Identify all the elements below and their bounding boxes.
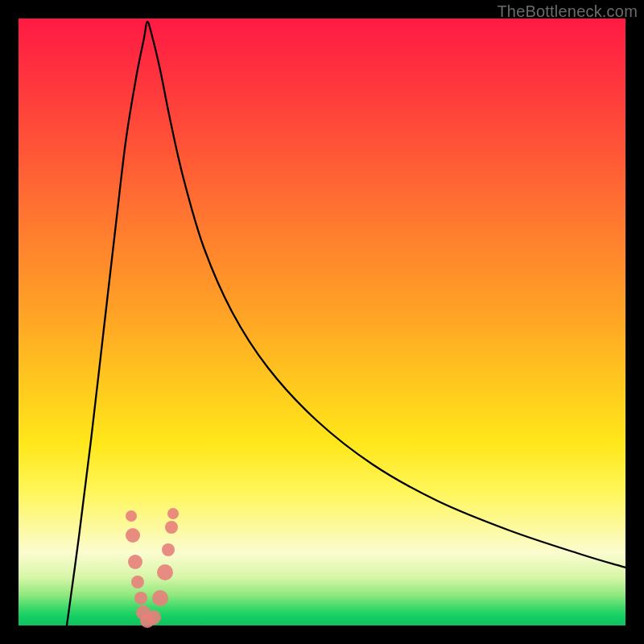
data-dot [152,590,168,606]
data-dot [162,543,175,556]
data-dot [134,592,147,605]
data-dot [167,508,179,519]
chart-frame: TheBottleneck.com [0,0,644,644]
chart-svg [19,19,625,625]
dots-group [126,508,179,628]
data-dot [126,528,140,543]
data-dot [126,510,137,522]
bottleneck-curve [67,22,625,625]
data-dot [147,610,161,625]
data-dot [165,521,178,534]
data-dot [131,576,144,588]
data-dot [128,555,142,569]
data-dot [157,564,173,580]
plot-area [19,19,625,625]
watermark-text: TheBottleneck.com [497,2,638,21]
